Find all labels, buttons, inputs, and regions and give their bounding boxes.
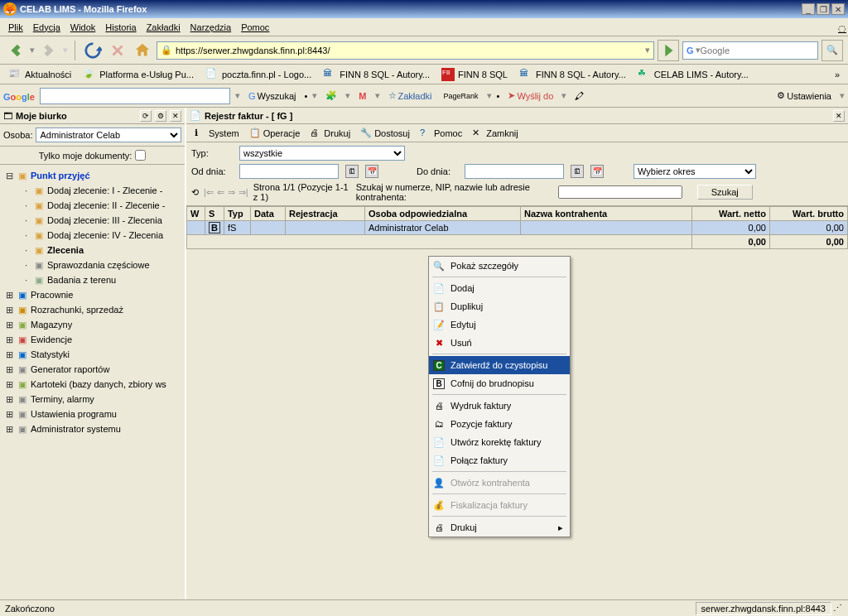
close-button[interactable]: ✕ [831, 3, 845, 15]
home-button[interactable] [132, 40, 153, 61]
tree-item[interactable]: ·▣Dodaj zlecenie: IV - Zlecenia [0, 228, 185, 243]
gmail-icon[interactable]: M [355, 91, 369, 101]
sidebar-gear[interactable]: ⚙ [155, 110, 166, 122]
tree-item[interactable]: ·▣Dodaj zlecenie: III - Zlecenia [0, 213, 185, 228]
url-input[interactable] [176, 46, 642, 55]
gtb-btn[interactable]: 🧩 [322, 90, 340, 101]
tree-item[interactable]: ·▣Sprawozdania częściowe [0, 257, 185, 272]
col-rejestracja[interactable]: Rejestracja [285, 207, 364, 221]
tree-item[interactable]: ⊞▣Administrator systemu [0, 421, 185, 436]
toolbar-zamknij[interactable]: ✕Zamknij [469, 127, 522, 140]
search-input[interactable] [701, 46, 815, 55]
menu-historia[interactable]: Historia [100, 21, 141, 34]
menu-widok[interactable]: Widok [65, 21, 101, 34]
tree-item[interactable]: ⊞▣Magazyny [0, 317, 185, 332]
tree-item[interactable]: ·▣Dodaj zlecenie: II - Zlecenie - [0, 198, 185, 213]
menu-zakladki[interactable]: Zakładki [142, 21, 186, 34]
menu-narzedzia[interactable]: Narzędzia [186, 21, 237, 34]
col-osoba[interactable]: Osoba odpowiedzialna [364, 207, 520, 221]
go-button[interactable] [658, 40, 679, 61]
bookmark-item[interactable]: 📰Aktualności [3, 66, 76, 83]
tree-item[interactable]: ⊞▣Terminy, alarmy [0, 392, 185, 407]
search-field[interactable] [558, 185, 682, 199]
menu-plik[interactable]: Plik [3, 21, 28, 34]
settings-btn[interactable]: ⚙ Ustawienia [773, 90, 835, 101]
url-bar[interactable]: 🔒 ▾ [157, 41, 654, 60]
sidebar-close[interactable]: ✕ [170, 110, 181, 122]
search-bar[interactable]: G▾ [682, 41, 818, 60]
calendar-icon[interactable]: 📅 [590, 165, 604, 178]
menu-pomoc[interactable]: Pomoc [236, 21, 274, 34]
refresh-icon[interactable]: ⟲ [191, 187, 199, 198]
pagerank-btn[interactable]: PageRank [440, 92, 481, 100]
tree-item[interactable]: ⊞▣Rozrachunki, sprzedaż [0, 302, 185, 317]
bookmark-star-icon[interactable]: ☆ Zakładki [385, 90, 436, 101]
back-button[interactable] [5, 40, 26, 61]
context-menu-item[interactable]: CZatwierdź do czystopisu [429, 356, 570, 374]
context-menu-item[interactable]: 🔍Pokaż szczegóły [429, 257, 570, 275]
context-menu-item[interactable]: 🖨Drukuj▸ [429, 518, 570, 537]
context-menu-item[interactable]: 📋Duplikuj [429, 297, 570, 315]
context-menu-item[interactable]: 📝Edytuj [429, 315, 570, 334]
context-menu-item[interactable]: 📄Dodaj [429, 279, 570, 297]
menu-edycja[interactable]: Edycja [28, 21, 65, 34]
search-go-button[interactable]: 🔍 [822, 40, 843, 61]
col-w[interactable]: W [187, 207, 205, 221]
toolbar-dostosuj[interactable]: 🔧Dostosuj [357, 127, 413, 140]
tylko-moje-checkbox[interactable] [135, 150, 146, 161]
tree-item[interactable]: ⊞▣Ewidencje [0, 332, 185, 347]
toolbar-operacje[interactable]: 📋Operacje [246, 127, 304, 140]
od-dnia-input[interactable] [239, 164, 339, 179]
bookmark-item[interactable]: ☘CELAB LIMS - Autory... [633, 66, 754, 83]
bookmark-item[interactable]: 🏛FINN 8 SQL - Autory... [318, 66, 435, 83]
stop-button[interactable] [107, 40, 128, 61]
do-dnia-input[interactable] [465, 164, 564, 179]
tree-item[interactable]: ⊞▣Kartoteki (bazy danych, zbiory ws [0, 377, 185, 392]
calendar-icon[interactable]: 🗓 [345, 165, 359, 178]
search-button[interactable]: Szukaj [697, 185, 753, 200]
tree-item[interactable]: ⊞▣Generator raportów [0, 362, 185, 377]
calendar-icon[interactable]: 📅 [365, 165, 378, 178]
bookmark-item[interactable]: 📄poczta.finn.pl - Logo... [200, 66, 316, 83]
context-menu-item[interactable]: 📄Utwórz korektę faktury [429, 433, 570, 451]
toolbar-system[interactable]: ℹSystem [191, 127, 243, 140]
tree-item[interactable]: ⊞▣Statystyki [0, 347, 185, 362]
page-nav[interactable]: |⇐⇐⇒⇒| [202, 187, 250, 198]
tree-item[interactable]: ⊞▣Pracownie [0, 287, 185, 302]
calendar-icon[interactable]: 🗓 [571, 165, 584, 178]
tree-item[interactable]: ·▣Dodaj zlecenie: I - Zlecenie - [0, 183, 185, 198]
toolbar-pomoc[interactable]: ?Pomoc [417, 127, 465, 140]
bookmark-item[interactable]: 🍃Platforma e-Usług Pu... [78, 66, 199, 83]
bookmark-item[interactable]: 🏛FINN 8 SQL - Autory... [514, 66, 631, 83]
bookmarks-overflow[interactable]: » [830, 70, 845, 79]
google-search-input[interactable] [40, 88, 230, 104]
context-menu-item[interactable]: ✖Usuń [429, 334, 570, 352]
bookmark-item[interactable]: F8FINN 8 SQL [436, 66, 513, 83]
google-search-button[interactable]: G Wyszukaj [245, 91, 300, 101]
typ-select[interactable]: wszystkie [239, 146, 405, 161]
col-brutto[interactable]: Wart. brutto [770, 207, 848, 221]
reload-button[interactable] [82, 40, 104, 61]
tree-item[interactable]: ·▣Zlecenia [0, 243, 185, 257]
col-s[interactable]: S [205, 207, 224, 221]
minimize-button[interactable]: _ [802, 3, 815, 15]
context-menu-item[interactable]: 📄Połącz faktury [429, 451, 570, 469]
context-menu-item[interactable]: 🖨Wydruk faktury [429, 397, 570, 415]
tree-item[interactable]: ⊟▣Punkt przyjęć [0, 168, 185, 183]
maximize-button[interactable]: ❐ [817, 3, 830, 15]
content-close[interactable]: ✕ [833, 110, 845, 122]
context-menu-item[interactable]: BCofnij do brudnopisu [429, 374, 570, 392]
col-netto[interactable]: Wart. netto [692, 207, 770, 221]
toolbar-drukuj[interactable]: 🖨Drukuj [306, 127, 354, 140]
col-typ[interactable]: Typ [224, 207, 250, 221]
context-menu-item[interactable]: 🗂Pozycje faktury [429, 415, 570, 433]
okres-select[interactable]: Wybierz okres [634, 164, 756, 179]
col-kontrahent[interactable]: Nazwa kontrahenta [520, 207, 691, 221]
tree-item[interactable]: ⊞▣Ustawienia programu [0, 407, 185, 421]
osoba-select[interactable]: Administrator Celab [36, 128, 181, 142]
table-row[interactable]: B fS Administrator Celab 0,00 0,00 [187, 221, 848, 235]
send-btn[interactable]: ➤ Wyślij do [504, 90, 556, 101]
sidebar-refresh[interactable]: ⟳ [140, 110, 152, 122]
forward-button[interactable] [38, 40, 60, 61]
highlight-btn[interactable]: 🖍 [571, 91, 587, 101]
